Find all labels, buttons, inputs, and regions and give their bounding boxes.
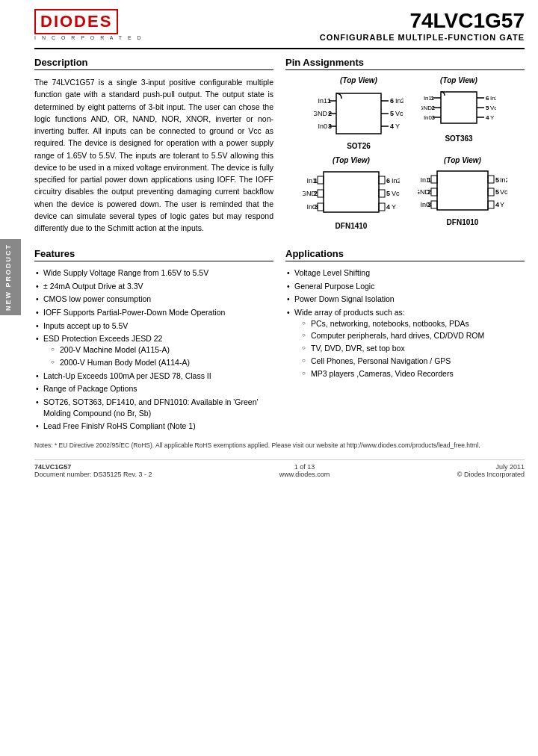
feature-item: ESD Protection Exceeds JESD 22 200-V Mac… — [34, 333, 273, 368]
svg-text:5: 5 — [486, 105, 489, 111]
feature-sub-item: 2000-V Human Body Model (A114-A) — [51, 357, 273, 368]
svg-text:6: 6 — [486, 95, 489, 102]
svg-text:4: 4 — [386, 203, 390, 211]
features-list: Wide Supply Voltage Range from 1.65V to … — [34, 267, 273, 432]
svg-text:Vcc: Vcc — [392, 190, 400, 197]
svg-text:In2: In2 — [395, 97, 404, 105]
sot363-name: SOT363 — [445, 134, 472, 143]
footer-doc-number: Document number: DS35125 Rev. 3 - 2 — [34, 471, 152, 478]
app-item: Wide array of products such as: PCs, net… — [285, 307, 525, 379]
svg-rect-61 — [488, 176, 494, 183]
dfn1010-package: (Top View) In1 1 GND — [418, 156, 507, 230]
svg-rect-63 — [488, 201, 494, 208]
features-title: Features — [34, 248, 273, 261]
svg-text:3: 3 — [427, 201, 431, 208]
header-divider — [34, 48, 525, 49]
description-title: Description — [34, 57, 273, 70]
applications-title: Applications — [285, 248, 525, 261]
dfn1410-package: (Top View) In1 1 GND — [303, 156, 400, 230]
svg-text:Vcc: Vcc — [395, 110, 404, 117]
svg-text:2: 2 — [328, 110, 332, 117]
main-two-col: Description The 74LVC1G57 is a single 3-… — [34, 57, 525, 236]
app-sub-item: MP3 players ,Cameras, Video Recorders — [302, 368, 525, 379]
app-sub-item: Cell Phones, Personal Navigation / GPS — [302, 356, 525, 367]
svg-text:5: 5 — [386, 190, 390, 197]
pkg-row-1: (Top View) — [285, 76, 525, 150]
dfn1010-top-view: (Top View) — [444, 156, 481, 164]
dfn1410-top-view: (Top View) — [333, 156, 370, 164]
svg-text:2: 2 — [432, 105, 436, 111]
description-text: The 74LVC1G57 is a single 3-input positi… — [34, 76, 273, 234]
page-header: DIODES I N C O R P O R A T E D 74LVC1G57… — [34, 9, 525, 42]
svg-text:3: 3 — [432, 114, 436, 121]
footer-left: 74LVC1G57 Document number: DS35125 Rev. … — [34, 463, 152, 478]
feature-item: IOFF Supports Partial-Power-Down Mode Op… — [34, 307, 273, 318]
svg-text:2: 2 — [427, 188, 431, 196]
app-sub-item: Computer peripherals, hard drives, CD/DV… — [302, 330, 525, 341]
new-product-text: NEW PRODUCT — [0, 239, 16, 315]
notes: Notes: * EU Directive 2002/95/EC (RoHS).… — [34, 441, 525, 450]
svg-rect-38 — [324, 172, 379, 212]
title-area: 74LVC1G57 CONFIGURABLE MULTIPLE-FUNCTION… — [320, 9, 525, 42]
svg-text:Y: Y — [490, 114, 495, 121]
footer-part-number: 74LVC1G57 — [34, 463, 152, 471]
svg-text:In0: In0 — [318, 123, 327, 130]
svg-text:5: 5 — [495, 188, 499, 196]
svg-rect-59 — [431, 188, 437, 196]
svg-rect-44 — [379, 203, 385, 211]
svg-text:2: 2 — [314, 190, 318, 197]
feature-item: Latch-Up Exceeds 100mA per JESD 78, Clas… — [34, 371, 273, 382]
feature-item: Range of Package Options — [34, 383, 273, 394]
description-col: Description The 74LVC1G57 is a single 3-… — [34, 57, 273, 236]
sot363-svg: In1 1 GND 2 In0 3 6 In2 5 Vcc 4 Y — [421, 87, 496, 132]
svg-text:4: 4 — [390, 123, 394, 130]
feature-item: CMOS low power consumption — [34, 294, 273, 305]
feature-item: Inputs accept up to 5.5V — [34, 320, 273, 332]
svg-text:4: 4 — [486, 114, 489, 121]
svg-text:GND: GND — [314, 110, 328, 117]
svg-text:3: 3 — [315, 203, 318, 211]
svg-text:In2: In2 — [500, 176, 507, 184]
logo-area: DIODES I N C O R P O R A T E D — [34, 9, 143, 40]
svg-text:6: 6 — [386, 177, 390, 185]
svg-text:5: 5 — [390, 110, 394, 117]
dfn1010-svg: In1 1 GND 2 In0 3 5 In2 5 Vcc 4 Y — [418, 167, 507, 216]
logo-text: DIODES — [40, 12, 112, 31]
svg-text:1: 1 — [427, 176, 431, 184]
sot26-top-view: (Top View) — [340, 76, 377, 84]
svg-text:Y: Y — [395, 123, 400, 130]
part-number: 74LVC1G57 — [320, 9, 525, 33]
svg-rect-41 — [318, 203, 324, 211]
feature-sub-item: 200-V Machine Model (A115-A) — [51, 344, 273, 356]
app-item: General Purpose Logic — [285, 281, 525, 292]
svg-rect-60 — [431, 201, 437, 208]
svg-rect-42 — [379, 176, 385, 184]
app-item: Power Down Signal Isolation — [285, 294, 525, 305]
bottom-two-col: Features Wide Supply Voltage Range from … — [34, 248, 525, 434]
footer-date: July 2011 — [457, 463, 525, 471]
sot26-package: (Top View) — [314, 76, 404, 150]
svg-text:GND: GND — [421, 105, 432, 111]
svg-rect-0 — [336, 93, 381, 134]
feature-item: SOT26, SOT363, DF1410, and DFN1010: Avai… — [34, 397, 273, 418]
svg-text:In2: In2 — [490, 95, 496, 102]
footer-center: 1 of 13 www.diodes.com — [279, 463, 330, 478]
svg-rect-40 — [318, 190, 324, 197]
svg-rect-58 — [431, 176, 437, 183]
sot26-name: SOT26 — [347, 142, 371, 150]
footer-website: www.diodes.com — [279, 471, 330, 478]
svg-rect-43 — [379, 190, 385, 197]
svg-text:6: 6 — [390, 97, 394, 105]
svg-text:Vcc: Vcc — [500, 188, 507, 196]
applications-col: Applications Voltage Level Shifting Gene… — [285, 248, 525, 434]
svg-text:3: 3 — [328, 123, 332, 130]
page-footer: 74LVC1G57 Document number: DS35125 Rev. … — [34, 459, 525, 478]
svg-text:Y: Y — [392, 203, 396, 211]
features-col: Features Wide Supply Voltage Range from … — [34, 248, 273, 434]
sot363-package: (Top View) In1 1 — [421, 76, 496, 150]
feature-item: Lead Free Finish/ RoHS Compliant (Note 1… — [34, 421, 273, 432]
svg-text:4: 4 — [495, 201, 499, 208]
svg-text:Y: Y — [500, 201, 504, 208]
pin-assignments-col: Pin Assignments (Top View) — [285, 57, 525, 236]
svg-text:5: 5 — [495, 176, 499, 184]
